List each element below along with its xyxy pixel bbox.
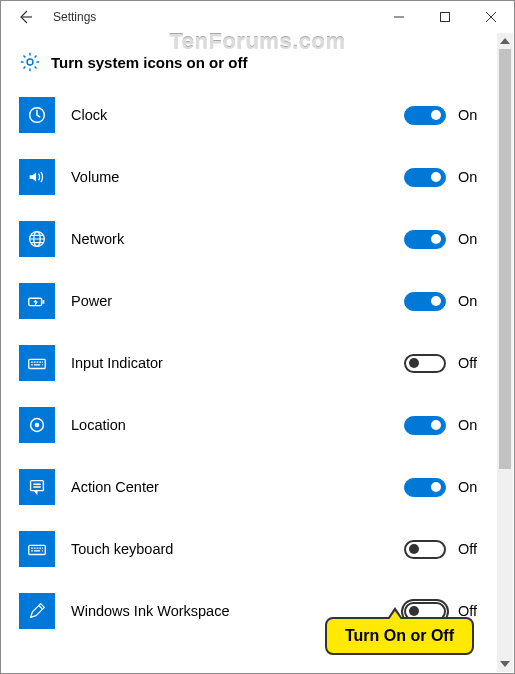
toggle-thumb [431, 110, 441, 120]
toggle-thumb [431, 296, 441, 306]
action-center-icon [19, 469, 55, 505]
setting-row: LocationOn [19, 407, 486, 443]
clock-icon [19, 97, 55, 133]
toggle-thumb [431, 420, 441, 430]
toggle-area: On [404, 168, 486, 187]
toggle-area: Off [404, 540, 486, 559]
settings-content: Turn system icons on or off ClockOnVolum… [1, 33, 514, 673]
setting-label: Clock [71, 107, 388, 123]
toggle-thumb [431, 482, 441, 492]
toggle-state-label: On [458, 107, 486, 123]
svg-point-1 [27, 59, 33, 65]
toggle-switch[interactable] [404, 168, 446, 187]
toggle-state-label: On [458, 417, 486, 433]
power-icon [19, 283, 55, 319]
page-title: Turn system icons on or off [51, 54, 247, 71]
close-icon [486, 12, 496, 22]
toggle-switch[interactable] [404, 416, 446, 435]
setting-label: Input Indicator [71, 355, 388, 371]
setting-row: NetworkOn [19, 221, 486, 257]
scrollbar-thumb[interactable] [499, 49, 511, 469]
setting-label: Power [71, 293, 388, 309]
location-icon [19, 407, 55, 443]
setting-label: Action Center [71, 479, 388, 495]
pen-icon [19, 593, 55, 629]
toggle-state-label: Off [458, 541, 486, 557]
toggle-switch[interactable] [404, 230, 446, 249]
toggle-state-label: On [458, 293, 486, 309]
toggle-state-label: On [458, 169, 486, 185]
setting-row: Input IndicatorOff [19, 345, 486, 381]
minimize-button[interactable] [376, 1, 422, 33]
network-icon [19, 221, 55, 257]
chevron-up-icon [500, 38, 510, 44]
toggle-thumb [409, 606, 419, 616]
toggle-thumb [431, 234, 441, 244]
toggle-state-label: Off [458, 355, 486, 371]
toggle-switch[interactable] [404, 478, 446, 497]
setting-row: VolumeOn [19, 159, 486, 195]
toggle-thumb [431, 172, 441, 182]
toggle-state-label: On [458, 231, 486, 247]
setting-row: ClockOn [19, 97, 486, 133]
titlebar: Settings [1, 1, 514, 33]
callout-text: Turn On or Off [345, 627, 454, 644]
arrow-left-icon [17, 9, 33, 25]
setting-label: Location [71, 417, 388, 433]
toggle-area: On [404, 230, 486, 249]
scroll-up-button[interactable] [497, 33, 513, 49]
toggle-area: Off [404, 354, 486, 373]
setting-row: PowerOn [19, 283, 486, 319]
toggle-area: On [404, 478, 486, 497]
maximize-icon [440, 12, 450, 22]
back-button[interactable] [1, 1, 49, 33]
scrollbar[interactable] [497, 33, 513, 672]
minimize-icon [394, 12, 404, 22]
toggle-thumb [409, 358, 419, 368]
toggle-area: On [404, 416, 486, 435]
keyboard-icon [19, 531, 55, 567]
maximize-button[interactable] [422, 1, 468, 33]
setting-label: Touch keyboard [71, 541, 388, 557]
scroll-down-button[interactable] [497, 656, 513, 672]
page-header: Turn system icons on or off [19, 51, 486, 73]
setting-label: Volume [71, 169, 388, 185]
toggle-area: On [404, 292, 486, 311]
gear-icon [19, 51, 41, 73]
toggle-state-label: On [458, 479, 486, 495]
setting-label: Network [71, 231, 388, 247]
toggle-thumb [409, 544, 419, 554]
close-button[interactable] [468, 1, 514, 33]
annotation-callout: Turn On or Off [325, 617, 474, 655]
svg-rect-0 [441, 13, 450, 22]
chevron-down-icon [500, 661, 510, 667]
toggle-area: On [404, 106, 486, 125]
toggle-switch[interactable] [404, 292, 446, 311]
toggle-switch[interactable] [404, 106, 446, 125]
setting-row: Action CenterOn [19, 469, 486, 505]
keyboard-icon [19, 345, 55, 381]
setting-row: Touch keyboardOff [19, 531, 486, 567]
toggle-switch[interactable] [404, 540, 446, 559]
window-title: Settings [49, 10, 96, 24]
toggle-switch[interactable] [404, 354, 446, 373]
volume-icon [19, 159, 55, 195]
